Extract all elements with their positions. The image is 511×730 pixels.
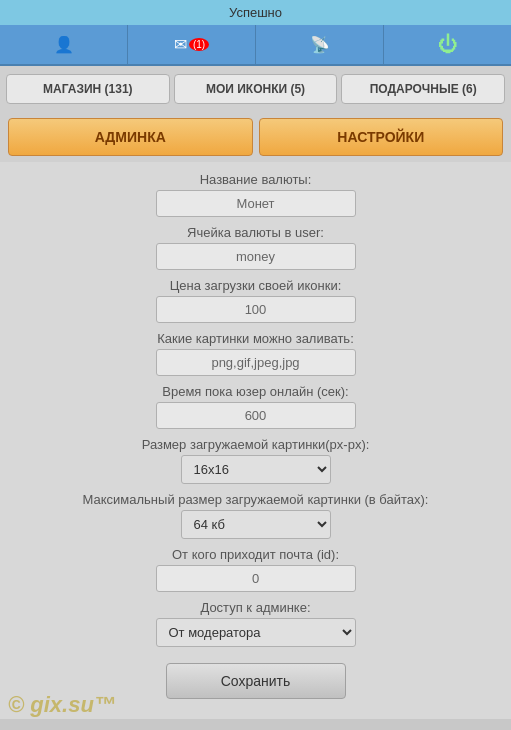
nav-feed[interactable]: 📡 bbox=[256, 25, 384, 64]
currency-name-group: Название валюты: bbox=[20, 172, 491, 217]
currency-name-input[interactable] bbox=[156, 190, 356, 217]
online-time-group: Время пока юзер онлайн (сек): bbox=[20, 384, 491, 429]
main-content: Название валюты: Ячейка валюты в user: Ц… bbox=[0, 162, 511, 719]
tab-myicons-label: МОИ ИКОНКИ (5) bbox=[206, 82, 305, 96]
mail-sender-input[interactable] bbox=[156, 565, 356, 592]
img-size-group: Размер загружаемой картинки(px-px): 16x1… bbox=[20, 437, 491, 484]
tab-gifts[interactable]: ПОДАРОЧНЫЕ (6) bbox=[341, 74, 505, 104]
status-text: Успешно bbox=[229, 5, 282, 20]
max-file-size-group: Максимальный размер загружаемой картинки… bbox=[20, 492, 491, 539]
admin-access-group: Доступ к админке: От модератора От админ… bbox=[20, 600, 491, 647]
power-icon: ⏻ bbox=[438, 33, 458, 56]
img-size-label: Размер загружаемой картинки(px-px): bbox=[20, 437, 491, 452]
mail-sender-group: От кого приходит почта (id): bbox=[20, 547, 491, 592]
action-row: АДМИНКА НАСТРОЙКИ bbox=[0, 112, 511, 162]
upload-price-label: Цена загрузки своей иконки: bbox=[20, 278, 491, 293]
nav-user[interactable]: 👤 bbox=[0, 25, 128, 64]
save-button[interactable]: Сохранить bbox=[166, 663, 346, 699]
mail-sender-label: От кого приходит почта (id): bbox=[20, 547, 491, 562]
online-time-input[interactable] bbox=[156, 402, 356, 429]
tab-shop[interactable]: МАГАЗИН (131) bbox=[6, 74, 170, 104]
allowed-types-input[interactable] bbox=[156, 349, 356, 376]
user-icon: 👤 bbox=[54, 35, 74, 54]
upload-price-group: Цена загрузки своей иконки: bbox=[20, 278, 491, 323]
max-file-size-select[interactable]: 64 кб 128 кб 256 кб 512 кб bbox=[181, 510, 331, 539]
mail-icon: ✉ bbox=[174, 35, 187, 54]
currency-field-group: Ячейка валюты в user: bbox=[20, 225, 491, 270]
tab-myicons[interactable]: МОИ ИКОНКИ (5) bbox=[174, 74, 338, 104]
allowed-types-label: Какие картинки можно заливать: bbox=[20, 331, 491, 346]
tab-row: МАГАЗИН (131) МОИ ИКОНКИ (5) ПОДАРОЧНЫЕ … bbox=[0, 66, 511, 112]
currency-field-label: Ячейка валюты в user: bbox=[20, 225, 491, 240]
currency-field-input[interactable] bbox=[156, 243, 356, 270]
max-file-size-label: Максимальный размер загружаемой картинки… bbox=[20, 492, 491, 507]
currency-name-label: Название валюты: bbox=[20, 172, 491, 187]
tab-gifts-label: ПОДАРОЧНЫЕ (6) bbox=[370, 82, 477, 96]
upload-price-input[interactable] bbox=[156, 296, 356, 323]
admin-access-label: Доступ к админке: bbox=[20, 600, 491, 615]
settings-button[interactable]: НАСТРОЙКИ bbox=[259, 118, 504, 156]
nav-mail[interactable]: ✉ (1) bbox=[128, 25, 256, 64]
nav-icons-row: 👤 ✉ (1) 📡 ⏻ bbox=[0, 25, 511, 66]
admin-button[interactable]: АДМИНКА bbox=[8, 118, 253, 156]
status-bar: Успешно bbox=[0, 0, 511, 25]
img-size-select[interactable]: 16x16 32x32 48x48 64x64 bbox=[181, 455, 331, 484]
admin-access-select[interactable]: От модератора От администратора Все bbox=[156, 618, 356, 647]
feed-icon: 📡 bbox=[310, 35, 330, 54]
nav-power[interactable]: ⏻ bbox=[384, 25, 511, 64]
allowed-types-group: Какие картинки можно заливать: bbox=[20, 331, 491, 376]
mail-badge: (1) bbox=[189, 38, 209, 51]
tab-shop-label: МАГАЗИН (131) bbox=[43, 82, 133, 96]
online-time-label: Время пока юзер онлайн (сек): bbox=[20, 384, 491, 399]
